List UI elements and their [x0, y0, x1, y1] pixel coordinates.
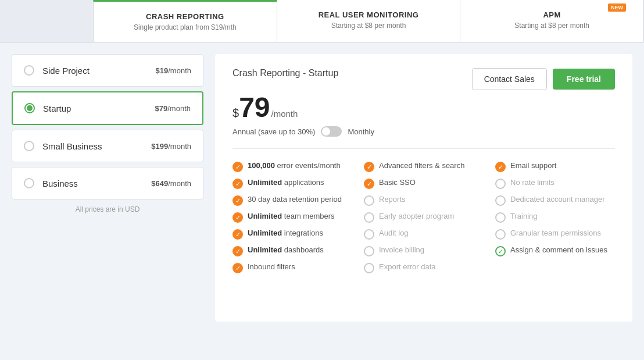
- feature-text: Assign & comment on issues: [510, 245, 607, 255]
- feature-item: ✓ Unlimited dashboards: [232, 243, 352, 259]
- usd-note: All prices are in USD: [12, 205, 203, 213]
- feature-item: Dedicated account manager: [495, 192, 615, 209]
- new-badge: NEW: [608, 3, 626, 12]
- feature-item: No rate limits: [495, 175, 615, 192]
- feature-col-0: ✓ 100,000 error events/month ✓ Unlimited…: [232, 158, 352, 276]
- feature-text: Dedicated account manager: [510, 195, 605, 205]
- tab-rum[interactable]: REAL USER MONITORING Starting at $8 per …: [277, 0, 461, 42]
- feature-icon: ✓: [364, 162, 374, 172]
- feature-item: Export error data: [364, 259, 484, 276]
- feature-text: Unlimited team members: [248, 212, 335, 222]
- feature-icon: ✓: [232, 212, 243, 223]
- feature-text: Early adopter program: [379, 212, 454, 222]
- feature-icon: [364, 212, 374, 223]
- tab-subtitle: Starting at $8 per month: [472, 22, 632, 30]
- tab-subtitle: Single product plan from $19/mth: [105, 23, 265, 31]
- feature-item: ✓ Advanced filters & search: [364, 158, 484, 175]
- tab-title: APM: [472, 10, 632, 19]
- tab-subtitle: Starting at $8 per month: [289, 22, 449, 30]
- plan-detail-title: Crash Reporting - Startup: [232, 68, 338, 79]
- feature-item: ✓ Unlimited applications: [232, 175, 352, 192]
- feature-icon: [364, 195, 374, 206]
- features-grid: ✓ 100,000 error events/month ✓ Unlimited…: [232, 158, 615, 276]
- feature-icon: ✓: [364, 179, 374, 189]
- billing-annual-label: Annual (save up to 30%): [232, 127, 315, 136]
- feature-icon: ✓: [232, 229, 243, 240]
- feature-icon: ✓: [495, 162, 506, 172]
- free-trial-button[interactable]: Free trial: [553, 69, 615, 90]
- plan-side[interactable]: Side Project $19/month: [12, 54, 203, 87]
- feature-col-1: ✓ Advanced filters & search ✓ Basic SSO …: [364, 158, 484, 276]
- feature-item: Reports: [364, 192, 484, 209]
- feature-item: ✓ Unlimited team members: [232, 209, 352, 226]
- tab-apm[interactable]: NEW APM Starting at $8 per month: [460, 0, 644, 42]
- contact-sales-button[interactable]: Contact Sales: [472, 68, 547, 90]
- feature-item: Early adopter program: [364, 209, 484, 226]
- plan-detail: Crash Reporting - Startup Contact Sales …: [215, 54, 632, 322]
- plan-small[interactable]: Small Business $199/month: [12, 130, 203, 162]
- feature-item: Training: [495, 209, 615, 226]
- price-period: /month: [271, 109, 298, 119]
- plan-radio-business: [24, 178, 34, 188]
- feature-item: Audit log: [364, 226, 484, 243]
- feature-icon: [495, 212, 506, 223]
- plan-name-small: Small Business: [42, 141, 151, 151]
- feature-item: ✓ 100,000 error events/month: [232, 158, 352, 175]
- plan-startup[interactable]: Startup $79/month: [12, 91, 203, 125]
- feature-text: Invoice billing: [379, 245, 424, 255]
- plan-name-side: Side Project: [42, 66, 156, 76]
- price-amount: 79: [239, 94, 270, 122]
- billing-toggle[interactable]: [321, 126, 342, 137]
- feature-text: Granular team permissions: [510, 229, 601, 238]
- feature-text: Audit log: [379, 229, 409, 238]
- tab-crash[interactable]: CRASH REPORTING Single product plan from…: [93, 0, 277, 42]
- feature-icon: [495, 229, 506, 240]
- feature-item: ✓ Unlimited integrations: [232, 226, 352, 243]
- plan-radio-small: [24, 141, 34, 151]
- plan-business[interactable]: Business $649/month: [12, 167, 203, 199]
- feature-text: 100,000 error events/month: [248, 161, 341, 171]
- feature-text: Unlimited integrations: [248, 229, 323, 238]
- feature-item: ✓ Basic SSO: [364, 175, 484, 192]
- plan-price-business: $649/month: [151, 179, 191, 188]
- plan-name-startup: Startup: [43, 104, 155, 113]
- plan-radio-startup: [24, 103, 35, 113]
- feature-text: 30 day data retention period: [248, 195, 342, 205]
- feature-text: Training: [510, 212, 537, 222]
- feature-icon: [364, 246, 374, 256]
- feature-item: ✓ Inbound filters: [232, 259, 352, 276]
- feature-item: ✓ Assign & comment on issues: [495, 243, 615, 259]
- feature-text: Advanced filters & search: [379, 161, 464, 171]
- feature-text: Basic SSO: [379, 178, 416, 188]
- plan-radio-side: [24, 65, 34, 76]
- feature-icon: [364, 229, 374, 240]
- product-tabs: CRASH REPORTING Single product plan from…: [0, 0, 644, 42]
- plan-price-side: $19/month: [156, 66, 191, 75]
- feature-icon: ✓: [232, 179, 243, 189]
- tab-title: REAL USER MONITORING: [289, 10, 449, 19]
- plan-selector: Side Project $19/month Startup $79/month…: [12, 54, 203, 322]
- feature-item: ✓ 30 day data retention period: [232, 192, 352, 209]
- feature-icon: ✓: [232, 162, 243, 172]
- feature-text: No rate limits: [510, 178, 554, 188]
- feature-icon: [495, 195, 506, 206]
- billing-monthly-label: Monthly: [348, 127, 374, 136]
- feature-col-2: ✓ Email support No rate limits Dedicated…: [495, 158, 615, 276]
- feature-icon: [364, 263, 374, 273]
- feature-item: ✓ Email support: [495, 158, 615, 175]
- plan-price-small: $199/month: [151, 142, 191, 151]
- plan-name-business: Business: [42, 179, 151, 188]
- feature-item: Granular team permissions: [495, 226, 615, 243]
- feature-text: Inbound filters: [248, 262, 295, 272]
- feature-text: Email support: [510, 161, 556, 171]
- feature-icon: ✓: [495, 246, 506, 256]
- tab-title: CRASH REPORTING: [105, 12, 265, 21]
- feature-icon: ✓: [232, 246, 243, 256]
- feature-text: Export error data: [379, 262, 436, 272]
- feature-icon: [495, 179, 506, 189]
- feature-text: Unlimited dashboards: [248, 245, 324, 255]
- price-dollar: $: [232, 106, 239, 120]
- feature-icon: ✓: [232, 195, 243, 206]
- feature-icon: ✓: [232, 263, 243, 273]
- feature-item: Invoice billing: [364, 243, 484, 259]
